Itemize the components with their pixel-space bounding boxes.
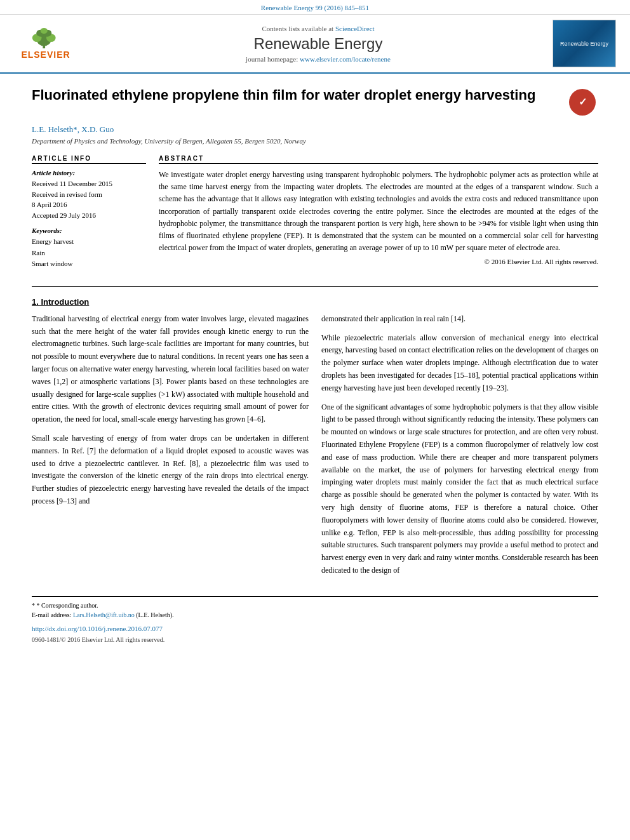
- intro-para-5: One of the significant advantages of som…: [321, 401, 598, 577]
- revised-label: Received in revised form: [32, 189, 146, 200]
- title-section: Fluorinated ethylene propylene thin film…: [32, 86, 598, 118]
- abstract-panel: ABSTRACT We investigate water droplet en…: [159, 155, 598, 276]
- crossmark-badge: ✓: [566, 86, 598, 118]
- abstract-label: ABSTRACT: [159, 155, 598, 164]
- history-subsection: Article history: Received 11 December 20…: [32, 169, 146, 220]
- intro-para-3: demonstrated their application in real r…: [321, 313, 598, 326]
- abstract-text: We investigate water droplet energy harv…: [159, 169, 598, 254]
- article-info-label: ARTICLE INFO: [32, 155, 146, 164]
- journal-homepage: journal homepage: www.elsevier.com/locat…: [90, 55, 546, 63]
- journal-cover: Renewable Energy: [553, 20, 622, 67]
- intro-left-column: Traditional harvesting of electrical ene…: [32, 313, 309, 583]
- sciencedirect-anchor[interactable]: ScienceDirect: [335, 25, 375, 32]
- article-info-panel: ARTICLE INFO Article history: Received 1…: [32, 155, 146, 276]
- article-title: Fluorinated ethylene propylene thin film…: [32, 86, 560, 105]
- keyword-2: Rain: [32, 248, 146, 259]
- journal-reference: Renewable Energy 99 (2016) 845–851: [0, 0, 630, 15]
- email-footnote: E-mail address: Lars.Helseth@ift.uib.no …: [32, 610, 598, 620]
- elsevier-logo: ELSEVIER: [11, 26, 81, 61]
- affiliation: Department of Physics and Technology, Un…: [32, 137, 598, 145]
- article-meta-section: ARTICLE INFO Article history: Received 1…: [32, 155, 598, 276]
- elsevier-text: ELSEVIER: [21, 50, 70, 60]
- sciencedirect-link: Contents lists available at ScienceDirec…: [90, 25, 546, 32]
- corresponding-author: * * Corresponding author.: [32, 601, 598, 610]
- keywords-subsection: Keywords: Energy harvest Rain Smart wind…: [32, 227, 146, 270]
- copyright-footer: 0960-1481/© 2016 Elsevier Ltd. All right…: [32, 636, 598, 643]
- svg-text:✓: ✓: [579, 97, 587, 107]
- intro-number: 1. Introduction: [32, 297, 89, 307]
- keyword-3: Smart window: [32, 258, 146, 270]
- keywords-label: Keywords:: [32, 227, 146, 234]
- crossmark-icon: ✓: [569, 89, 596, 116]
- intro-heading: 1. Introduction: [32, 297, 598, 307]
- publisher-logo: ELSEVIER: [8, 26, 84, 61]
- accepted-date: Accepted 29 July 2016: [32, 210, 146, 221]
- keywords-list: Energy harvest Rain Smart window: [32, 236, 146, 270]
- intro-para-1: Traditional harvesting of electrical ene…: [32, 313, 309, 426]
- abstract-copyright: © 2016 Elsevier Ltd. All rights reserved…: [159, 258, 598, 265]
- authors: L.E. Helseth*, X.D. Guo: [32, 124, 598, 135]
- svg-point-6: [41, 28, 48, 34]
- intro-para-2: Small scale harvesting of energy of from…: [32, 432, 309, 508]
- doi-link[interactable]: http://dx.doi.org/10.1016/j.renene.2016.…: [32, 625, 163, 632]
- revised-date: 8 April 2016: [32, 199, 146, 210]
- homepage-link[interactable]: www.elsevier.com/locate/renene: [300, 55, 391, 63]
- footnote-area: * * Corresponding author. E-mail address…: [32, 596, 598, 643]
- keyword-1: Energy harvest: [32, 236, 146, 248]
- received-date: Received 11 December 2015: [32, 178, 146, 189]
- journal-title: Renewable Energy: [90, 35, 546, 53]
- cover-image: Renewable Energy: [553, 20, 616, 67]
- email-link[interactable]: Lars.Helseth@ift.uib.no: [73, 611, 135, 618]
- main-content: Fluorinated ethylene propylene thin film…: [0, 74, 630, 656]
- history-label: Article history:: [32, 169, 146, 177]
- intro-right-column: demonstrated their application in real r…: [321, 313, 598, 583]
- section-divider: [32, 286, 598, 287]
- journal-header: ELSEVIER Contents lists available at Sci…: [0, 15, 630, 74]
- intro-columns: Traditional harvesting of electrical ene…: [32, 313, 598, 583]
- journal-info-center: Contents lists available at ScienceDirec…: [90, 25, 546, 63]
- intro-para-4: While piezoelectric materials allow conv…: [321, 332, 598, 395]
